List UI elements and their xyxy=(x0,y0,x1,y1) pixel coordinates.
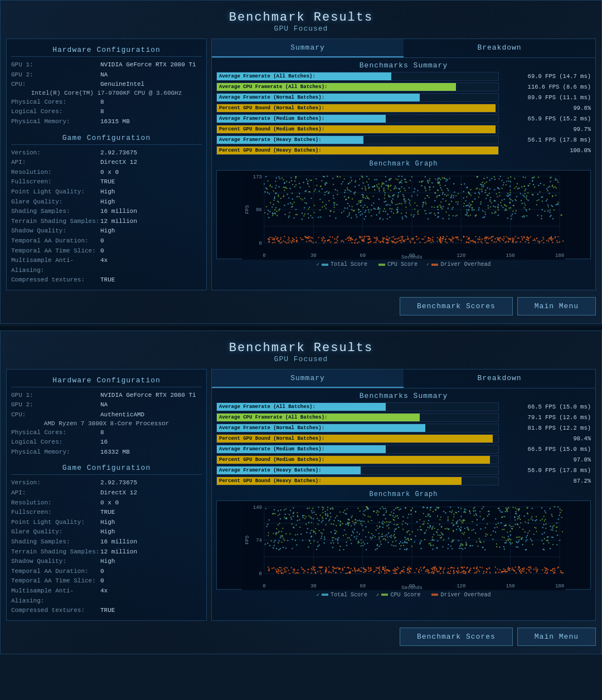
svg-point-1540 xyxy=(384,570,385,571)
svg-point-2309 xyxy=(427,527,428,528)
tab-summary-1[interactable]: Summary xyxy=(212,370,404,388)
bench-rows-0: Average Framerate (All Batches): 69.0 FP… xyxy=(212,72,595,157)
svg-point-703 xyxy=(390,205,391,206)
svg-point-1616 xyxy=(418,571,419,572)
svg-point-1860 xyxy=(354,524,355,525)
svg-point-1571 xyxy=(468,572,469,573)
svg-point-67 xyxy=(499,241,501,242)
svg-point-829 xyxy=(532,194,533,195)
svg-point-2163 xyxy=(353,522,355,523)
svg-point-562 xyxy=(502,207,503,208)
svg-point-650 xyxy=(288,197,289,198)
svg-point-1804 xyxy=(302,517,303,518)
svg-point-2387 xyxy=(441,526,442,527)
svg-point-736 xyxy=(507,196,508,197)
svg-point-1127 xyxy=(365,186,366,187)
svg-point-1206 xyxy=(557,202,559,203)
bench-value-6: 56.0 FPS (17.8 ms) xyxy=(499,467,591,474)
svg-point-606 xyxy=(482,217,483,218)
svg-point-1747 xyxy=(439,524,440,525)
svg-point-972 xyxy=(438,206,439,207)
svg-point-766 xyxy=(380,217,381,218)
svg-point-815 xyxy=(309,207,310,208)
svg-point-910 xyxy=(273,204,274,205)
benchmark-scores-button-0[interactable]: Benchmark Scores xyxy=(400,297,513,315)
svg-point-2112 xyxy=(448,529,449,530)
svg-point-2110 xyxy=(340,521,341,522)
svg-point-645 xyxy=(292,184,293,185)
svg-point-577 xyxy=(288,203,289,205)
svg-point-762 xyxy=(342,181,343,182)
svg-point-387 xyxy=(548,240,549,241)
svg-point-1943 xyxy=(357,532,358,533)
bench-row-7: Percent GPU Bound (Heavy Batches): 87.2% xyxy=(216,477,591,485)
svg-rect-2454 xyxy=(381,594,388,596)
svg-point-1763 xyxy=(351,517,352,518)
svg-point-498 xyxy=(428,218,429,220)
svg-point-1647 xyxy=(400,572,401,573)
svg-point-2325 xyxy=(393,519,394,520)
svg-point-2430 xyxy=(502,516,503,517)
svg-point-1076 xyxy=(390,186,391,187)
svg-point-879 xyxy=(295,176,297,177)
svg-point-420 xyxy=(350,240,351,241)
svg-point-179 xyxy=(348,236,349,237)
svg-point-730 xyxy=(423,202,424,203)
svg-point-1595 xyxy=(460,567,462,568)
svg-point-1787 xyxy=(358,519,360,521)
svg-point-1559 xyxy=(288,570,289,571)
svg-point-591 xyxy=(387,213,388,215)
svg-point-2227 xyxy=(544,538,545,539)
svg-point-205 xyxy=(313,242,314,243)
svg-point-889 xyxy=(328,200,329,201)
svg-point-1802 xyxy=(404,541,405,542)
bench-bar-label-1: Average CPU Framerate (All Batches): xyxy=(219,84,327,90)
svg-point-2075 xyxy=(435,509,436,510)
svg-point-1032 xyxy=(428,182,429,183)
svg-point-84 xyxy=(424,242,425,243)
shading-value-1: 16 million xyxy=(100,537,137,547)
svg-point-2209 xyxy=(561,517,562,518)
svg-point-847 xyxy=(360,201,361,202)
tab-breakdown-0[interactable]: Breakdown xyxy=(404,39,595,57)
svg-point-850 xyxy=(392,202,393,203)
svg-point-1555 xyxy=(474,567,475,568)
svg-point-1428 xyxy=(482,567,483,568)
svg-point-2189 xyxy=(420,526,421,527)
svg-point-1189 xyxy=(283,196,284,197)
svg-point-140 xyxy=(407,236,408,237)
main-menu-button-0[interactable]: Main Menu xyxy=(517,297,596,315)
svg-point-1192 xyxy=(504,204,505,205)
svg-point-410 xyxy=(440,242,441,244)
svg-point-1391 xyxy=(285,567,286,568)
svg-point-423 xyxy=(385,238,386,239)
svg-point-1000 xyxy=(461,184,462,185)
tab-summary-0[interactable]: Summary xyxy=(212,39,404,57)
svg-point-1844 xyxy=(267,542,268,543)
svg-point-1261 xyxy=(340,572,341,573)
compressed-row-0: Compressed textures: TRUE xyxy=(11,275,202,285)
tab-breakdown-1[interactable]: Breakdown xyxy=(404,370,595,388)
svg-point-1798 xyxy=(377,514,378,515)
benchmark-scores-button-1[interactable]: Benchmark Scores xyxy=(400,628,513,646)
logical-cores-value-1: 16 xyxy=(100,438,108,448)
svg-point-2116 xyxy=(453,519,454,521)
svg-point-1596 xyxy=(533,568,535,570)
main-menu-button-1[interactable]: Main Menu xyxy=(517,628,596,646)
shadow-row-0: Shadow Quality: High xyxy=(11,226,202,236)
svg-point-871 xyxy=(416,205,417,206)
svg-point-2180 xyxy=(546,540,547,541)
svg-point-345 xyxy=(387,239,388,240)
svg-point-278 xyxy=(367,239,368,240)
svg-point-1580 xyxy=(462,571,463,572)
svg-point-168 xyxy=(300,237,301,239)
svg-point-2093 xyxy=(428,513,429,514)
svg-point-401 xyxy=(424,236,425,237)
svg-point-1612 xyxy=(342,567,343,568)
svg-point-828 xyxy=(483,186,484,187)
svg-point-2190 xyxy=(274,513,275,514)
bench-bar-container-2: Average Framerate (Normal Batches): xyxy=(216,93,499,102)
benchmarks-summary-title-0: Benchmarks Summary xyxy=(212,58,595,72)
fullscreen-row-1: Fullscreen: TRUE xyxy=(11,508,202,518)
svg-point-2039 xyxy=(359,533,360,534)
